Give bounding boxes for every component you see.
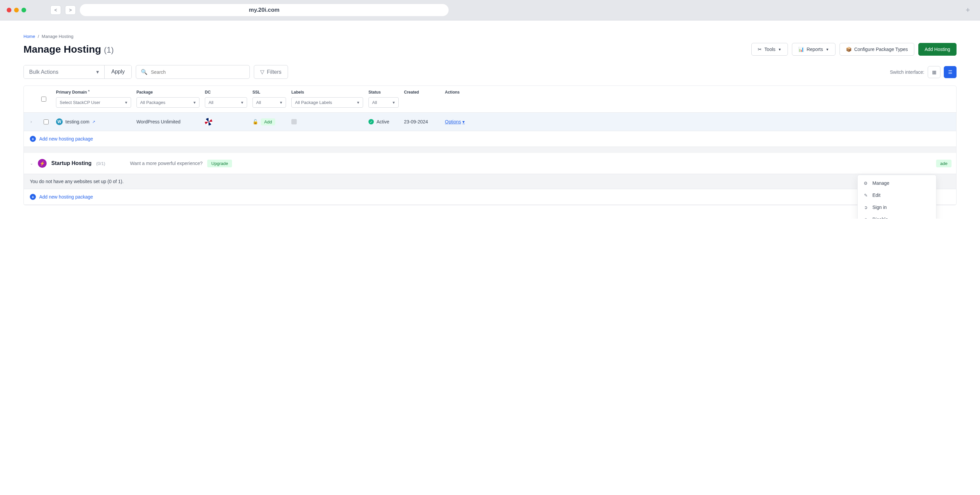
- page-title: Manage Hosting (1): [24, 44, 114, 55]
- address-bar[interactable]: my.20i.com: [80, 4, 449, 16]
- col-dc: DC: [205, 90, 247, 95]
- primary-domain-filter[interactable]: Select StackCP User▾: [56, 97, 131, 108]
- breadcrumb: Home / Manage Hosting: [24, 34, 956, 39]
- close-window-icon[interactable]: [7, 8, 11, 13]
- startup-count: (0/1): [96, 161, 105, 166]
- plus-circle-icon: +: [30, 136, 36, 142]
- upgrade-button[interactable]: Upgrade: [207, 160, 232, 167]
- breadcrumb-home[interactable]: Home: [24, 34, 35, 39]
- new-tab-button[interactable]: +: [966, 6, 970, 14]
- tools-label: Tools: [764, 47, 775, 52]
- search-input[interactable]: [151, 69, 245, 75]
- options-dropdown-trigger[interactable]: Options▾: [445, 119, 465, 124]
- add-hosting-button[interactable]: Add Hosting: [918, 43, 956, 56]
- expand-row-icon[interactable]: ›: [30, 119, 32, 124]
- table-row: › W testing.com ↗ WordPress Unlimited 🔓 …: [24, 113, 956, 131]
- dd-edit[interactable]: ✎Edit: [858, 189, 936, 201]
- select-all-checkbox[interactable]: [41, 97, 46, 102]
- search-box[interactable]: 🔍: [136, 65, 250, 79]
- dc-filter[interactable]: All▾: [205, 97, 247, 108]
- caret-down-icon: ▾: [462, 119, 465, 124]
- edit-icon: ✎: [863, 193, 869, 198]
- caret-down-icon: ▾: [194, 100, 196, 105]
- startup-title: Startup Hosting: [51, 160, 92, 166]
- caret-down-icon: ▼: [826, 48, 829, 51]
- add-hosting-label: Add Hosting: [925, 47, 950, 52]
- breadcrumb-sep: /: [38, 34, 39, 39]
- switch-interface-label: Switch interface:: [890, 69, 924, 75]
- caret-down-icon: ▾: [125, 100, 127, 105]
- caret-down-icon: ▾: [357, 100, 360, 105]
- add-hosting-package-link-2: Add new hosting package: [39, 194, 93, 199]
- package-value: WordPress Unlimited: [134, 119, 202, 124]
- switch-list-button[interactable]: ☰: [944, 66, 956, 78]
- startup-hosting-icon: ⚡: [38, 159, 46, 168]
- add-hosting-package-row[interactable]: + Add new hosting package: [24, 131, 956, 147]
- upgrade-question: Want a more powerful experience?: [130, 161, 203, 166]
- apply-button[interactable]: Apply: [104, 65, 131, 78]
- created-value: 23-09-2024: [401, 119, 442, 124]
- filter-icon: ▽: [260, 69, 264, 75]
- col-ssl: SSL: [253, 90, 286, 95]
- grid-icon: ▦: [932, 69, 936, 75]
- tools-button[interactable]: ✂ Tools ▼: [751, 43, 788, 56]
- caret-down-icon: ▾: [241, 100, 243, 105]
- reports-button[interactable]: 📊 Reports ▼: [792, 43, 835, 56]
- add-hosting-package-row-2[interactable]: + Add new hosting package: [24, 189, 956, 205]
- traffic-lights: [7, 8, 26, 13]
- add-ssl-button[interactable]: Add: [261, 118, 275, 126]
- reports-label: Reports: [807, 47, 823, 52]
- disable-icon: ⊘: [863, 217, 869, 219]
- ssl-unlocked-icon: 🔓: [253, 119, 258, 124]
- table-header: Primary Domain ˄ Select StackCP User▾ Pa…: [24, 86, 956, 113]
- labels-filter[interactable]: All Package Labels▾: [291, 97, 363, 108]
- collapse-group-icon[interactable]: ⌄: [30, 161, 33, 166]
- ssl-filter[interactable]: All▾: [253, 97, 286, 108]
- col-primary-domain[interactable]: Primary Domain ˄: [56, 90, 131, 95]
- nav-back-button[interactable]: <: [50, 5, 61, 15]
- tools-icon: ✂: [758, 47, 762, 52]
- domain-link[interactable]: testing.com: [65, 119, 89, 124]
- uk-flag-icon: [205, 118, 212, 126]
- configure-label: Configure Package Types: [854, 47, 908, 52]
- dd-signin[interactable]: ➲Sign in: [858, 201, 936, 213]
- maximize-window-icon[interactable]: [21, 8, 26, 13]
- filters-button[interactable]: ▽ Filters: [254, 65, 288, 79]
- col-actions: Actions: [445, 90, 953, 95]
- caret-down-icon: ▾: [96, 69, 99, 75]
- startup-hosting-header: ⌄ ⚡ Startup Hosting (0/1) Want a more po…: [24, 147, 956, 174]
- package-icon: 📦: [846, 47, 851, 52]
- sort-asc-icon: ˄: [88, 90, 90, 95]
- col-created: Created: [404, 90, 439, 95]
- wordpress-icon: W: [56, 118, 63, 125]
- label-placeholder-icon[interactable]: [291, 119, 297, 124]
- browser-chrome: < > my.20i.com +: [0, 0, 980, 21]
- package-filter[interactable]: All Packages▾: [137, 97, 199, 108]
- empty-state-text: You do not have any websites set up (0 o…: [24, 174, 956, 189]
- row-checkbox[interactable]: [44, 119, 49, 124]
- add-hosting-package-link: Add new hosting package: [39, 136, 93, 142]
- nav-forward-button[interactable]: >: [65, 5, 76, 15]
- bulk-actions-label: Bulk Actions: [29, 69, 58, 75]
- bulk-actions-select[interactable]: Bulk Actions ▾: [24, 65, 104, 78]
- reports-icon: 📊: [798, 47, 804, 52]
- list-icon: ☰: [948, 69, 953, 75]
- page-title-text: Manage Hosting: [24, 44, 101, 55]
- upgrade-button-right[interactable]: ade: [936, 160, 951, 167]
- page-title-count: (1): [104, 45, 114, 54]
- dd-manage[interactable]: ⚙Manage: [858, 177, 936, 189]
- search-icon: 🔍: [141, 69, 148, 75]
- col-labels: Labels: [291, 90, 363, 95]
- minimize-window-icon[interactable]: [14, 8, 19, 13]
- configure-package-types-button[interactable]: 📦 Configure Package Types: [840, 43, 914, 56]
- status-text: Active: [377, 119, 389, 124]
- filters-label: Filters: [267, 69, 282, 75]
- caret-down-icon: ▼: [778, 48, 781, 51]
- external-link-icon[interactable]: ↗: [92, 120, 95, 124]
- dd-disable[interactable]: ⊘Disable: [858, 213, 936, 219]
- col-status: Status: [369, 90, 399, 95]
- switch-grid-button[interactable]: ▦: [928, 66, 940, 78]
- status-ok-icon: ✓: [369, 119, 374, 124]
- caret-down-icon: ▾: [280, 100, 282, 105]
- status-filter[interactable]: All▾: [369, 97, 399, 108]
